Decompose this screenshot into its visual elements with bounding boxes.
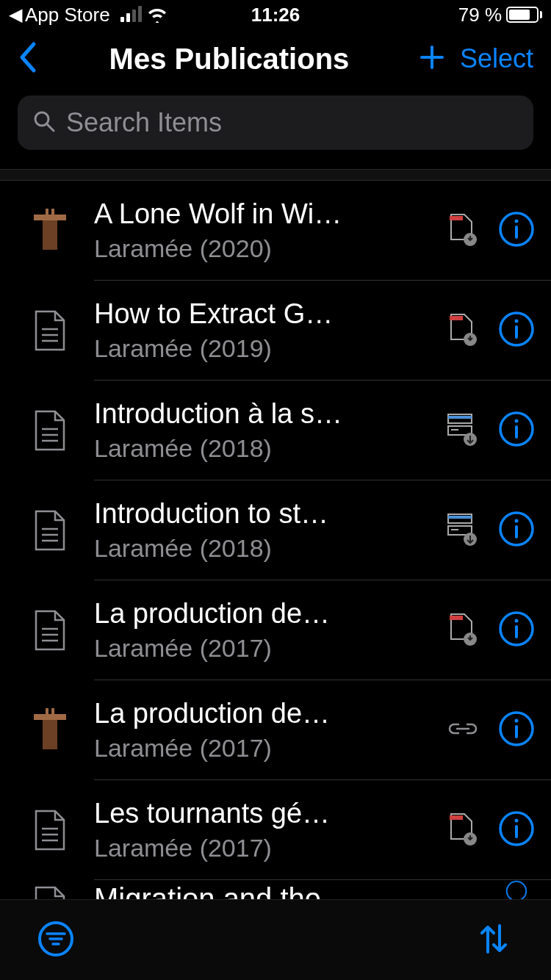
battery-icon	[506, 7, 542, 23]
attachment-server-icon[interactable]	[445, 411, 479, 450]
attachment-link-icon[interactable]	[447, 720, 479, 741]
svg-point-28	[515, 419, 519, 423]
document-icon	[21, 309, 79, 353]
svg-rect-49	[34, 714, 66, 720]
list-item-text: Migration and the	[79, 880, 498, 899]
search-wrap	[0, 88, 551, 169]
battery-percentage: 79 %	[458, 4, 502, 26]
info-button[interactable]	[498, 880, 535, 899]
back-button[interactable]	[18, 41, 54, 76]
info-button[interactable]	[498, 411, 535, 450]
attachment-doc-red-icon[interactable]	[447, 611, 479, 649]
info-button[interactable]	[498, 511, 535, 550]
svg-rect-6	[450, 216, 463, 220]
document-icon	[21, 880, 79, 899]
filter-icon	[37, 920, 75, 958]
svg-line-1	[47, 124, 54, 131]
info-button[interactable]	[498, 211, 535, 251]
info-button[interactable]	[498, 810, 535, 850]
svg-rect-29	[515, 425, 518, 439]
list-item-subtitle: Laramée (2017)	[94, 732, 438, 764]
list-item-subtitle: Laramée (2019)	[94, 332, 438, 364]
list-item-title: Les tournants gé…	[94, 796, 438, 832]
list-item-text: How to Extract G…Laramée (2019)	[79, 297, 447, 364]
svg-rect-2	[34, 215, 66, 220]
info-button[interactable]	[498, 710, 535, 750]
podium-icon	[21, 207, 79, 254]
attachment-doc-red-icon[interactable]	[447, 212, 479, 250]
select-button[interactable]: Select	[460, 43, 533, 74]
search-field[interactable]	[18, 96, 533, 150]
svg-rect-50	[43, 720, 57, 749]
svg-rect-36	[451, 529, 458, 530]
attachment-server-icon[interactable]	[445, 511, 479, 550]
list-item[interactable]: How to Extract G…Laramée (2019)	[0, 281, 551, 381]
svg-point-47	[515, 619, 519, 623]
add-icon	[417, 43, 447, 72]
svg-rect-18	[515, 325, 518, 339]
svg-rect-52	[51, 708, 54, 714]
breadcrumb-back-icon[interactable]: ◀	[9, 4, 22, 25]
podium-icon	[21, 707, 79, 754]
attachment-doc-red-icon[interactable]	[447, 811, 479, 849]
list-item-subtitle: Laramée (2018)	[94, 532, 436, 564]
publication-list[interactable]: A Lone Wolf in Wi…Laramée (2020) How to …	[0, 181, 551, 899]
svg-point-54	[515, 719, 519, 723]
document-icon	[21, 608, 79, 652]
svg-rect-10	[515, 226, 518, 239]
list-item-title: La production de…	[94, 696, 438, 732]
sort-icon	[473, 918, 514, 959]
svg-rect-23	[448, 416, 472, 419]
list-item-text: A Lone Wolf in Wi…Laramée (2020)	[79, 197, 447, 264]
status-bar: ◀ App Store 11:26 79 %	[0, 0, 551, 29]
list-item[interactable]: A Lone Wolf in Wi…Laramée (2020)	[0, 181, 551, 281]
list-item-title: Introduction to st…	[94, 497, 436, 532]
list-item[interactable]: Les tournants gé…Laramée (2017)	[0, 780, 551, 880]
info-button[interactable]	[498, 311, 535, 350]
list-item[interactable]: Introduction à la s…Laramée (2018)	[0, 381, 551, 480]
bottom-toolbar	[0, 899, 551, 980]
svg-rect-3	[43, 220, 57, 250]
list-item[interactable]: La production de…Laramée (2017)	[0, 680, 551, 780]
list-item-subtitle: Laramée (2017)	[94, 632, 438, 664]
wifi-icon	[146, 7, 168, 23]
filter-button[interactable]	[37, 920, 75, 961]
list-item[interactable]: La production de…Laramée (2017)	[0, 580, 551, 680]
svg-rect-40	[515, 525, 518, 538]
list-top-divider	[0, 169, 551, 181]
list-item-subtitle: Laramée (2020)	[94, 232, 438, 264]
list-item-subtitle: Laramée (2018)	[94, 432, 436, 464]
document-icon	[21, 808, 79, 852]
list-item-text: Introduction à la s…Laramée (2018)	[79, 397, 445, 464]
list-item-text: Introduction to st…Laramée (2018)	[79, 497, 445, 564]
list-item-title: Introduction à la s…	[94, 397, 436, 432]
nav-bar: Mes Publications Select	[0, 29, 551, 88]
info-button[interactable]	[498, 610, 535, 650]
svg-point-39	[515, 519, 519, 523]
svg-point-62	[515, 819, 519, 823]
svg-rect-5	[51, 209, 54, 215]
svg-point-17	[515, 320, 519, 323]
breadcrumb-app[interactable]: App Store	[25, 4, 110, 26]
add-button[interactable]	[404, 43, 460, 75]
list-item-title: Migration and the	[94, 880, 489, 899]
list-item[interactable]: Introduction to st…Laramée (2018)	[0, 480, 551, 580]
svg-rect-51	[46, 708, 48, 714]
svg-rect-25	[451, 429, 458, 430]
page-title: Mes Publications	[54, 43, 404, 76]
cellular-signal-icon	[120, 7, 142, 22]
list-item-text: La production de…Laramée (2017)	[79, 597, 447, 664]
list-item-title: La production de…	[94, 597, 438, 632]
svg-rect-44	[450, 616, 463, 620]
list-item-title: How to Extract G…	[94, 297, 438, 332]
attachment-doc-red-icon[interactable]	[447, 311, 479, 350]
svg-rect-34	[448, 516, 472, 519]
document-icon	[21, 408, 79, 453]
search-input[interactable]	[66, 107, 519, 138]
sort-button[interactable]	[473, 918, 514, 962]
svg-rect-4	[46, 209, 48, 215]
list-item-subtitle: Laramée (2017)	[94, 832, 438, 864]
list-item-title: A Lone Wolf in Wi…	[94, 197, 438, 232]
list-item[interactable]: Migration and the	[0, 880, 551, 899]
svg-point-9	[515, 220, 519, 223]
